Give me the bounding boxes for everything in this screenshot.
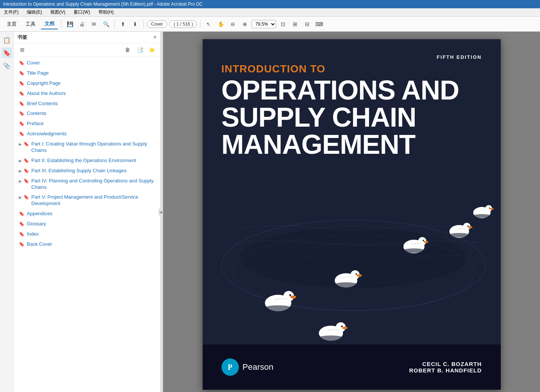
email-btn[interactable]: ✉ bbox=[89, 19, 99, 29]
title-line1: OPERATIONS AND bbox=[222, 77, 482, 104]
fit-two-btn[interactable]: ⊟ bbox=[302, 19, 312, 29]
bm-app-label[interactable]: Appendices bbox=[27, 211, 52, 217]
bookmark-back-cover[interactable]: 🔖 Back Cover bbox=[14, 239, 160, 250]
bm-part4-label[interactable]: Part IV: Planning and Controlling Operat… bbox=[31, 178, 157, 191]
title-text: Introduction to Operations and Supply Ch… bbox=[3, 2, 203, 7]
zoom-select[interactable]: 79.5% 50% 75% 100% 125% 150% bbox=[252, 20, 276, 28]
bookmarks-icon[interactable]: 🔖 bbox=[2, 47, 12, 58]
search-btn[interactable]: 🔍 bbox=[101, 19, 111, 29]
select-tool-btn[interactable]: ↖ bbox=[203, 19, 214, 29]
svg-point-26 bbox=[403, 248, 425, 253]
bm-ack-label[interactable]: Acknowledgments bbox=[27, 131, 67, 137]
bm-part4-expand[interactable]: ▶ bbox=[19, 179, 22, 184]
bookmark-index[interactable]: 🔖 Index bbox=[14, 229, 160, 239]
sep2 bbox=[114, 20, 115, 28]
thumbnail-icon[interactable]: 📋 bbox=[2, 35, 12, 45]
bm-add-btn[interactable]: 📑 bbox=[135, 45, 145, 55]
bm-index-label[interactable]: Index bbox=[27, 231, 39, 237]
bm-properties-btn[interactable]: ⭐ bbox=[147, 45, 157, 55]
bm-part3-expand[interactable]: ▶ bbox=[19, 168, 22, 173]
bm-part3-label[interactable]: Part III: Establishing Supply Chain Link… bbox=[31, 168, 126, 174]
bookmark-brief-contents[interactable]: 🔖 Brief Contents bbox=[14, 99, 160, 109]
fit-page-btn[interactable]: ⊡ bbox=[278, 19, 288, 29]
save-btn[interactable]: 💾 bbox=[65, 19, 75, 29]
bookmark-contents[interactable]: 🔖 Contents bbox=[14, 109, 160, 119]
bm-part1-expand[interactable]: ▶ bbox=[19, 142, 22, 147]
bm-part5-icon: 🔖 bbox=[23, 194, 29, 201]
pdf-area: FIFTH EDITION INTRODUCTION TO OPERATIONS… bbox=[163, 32, 540, 392]
bm-preface-label[interactable]: Preface bbox=[27, 121, 44, 127]
bm-brief-label[interactable]: Brief Contents bbox=[27, 101, 58, 107]
cover-bottom-bar: P Pearson CECIL C. BOZARTH ROBERT B. HAN… bbox=[203, 345, 501, 390]
bm-gloss-label[interactable]: Glossary bbox=[27, 221, 46, 227]
bm-gloss-icon: 🔖 bbox=[19, 221, 25, 227]
bm-backcover-label[interactable]: Back Cover bbox=[27, 241, 52, 248]
hand-tool-btn[interactable]: ✋ bbox=[215, 19, 226, 29]
cover-text-content: FIFTH EDITION INTRODUCTION TO OPERATIONS… bbox=[203, 39, 501, 169]
menu-bar: 文件(F) 编辑(E) 视图(V) 窗口(W) 帮助(H) bbox=[0, 8, 540, 17]
pearson-circle-logo: P bbox=[222, 358, 239, 376]
bookmark-appendices[interactable]: 🔖 Appendices bbox=[14, 209, 160, 219]
bm-expand-all-btn[interactable]: ⊞ bbox=[17, 45, 27, 55]
bm-authors-label[interactable]: About the Authors bbox=[27, 90, 66, 97]
bookmark-copyright[interactable]: 🔖 Copyright Page bbox=[14, 78, 160, 89]
intro-label: INTRODUCTION TO bbox=[222, 63, 482, 75]
main-area: 📋 🔖 📎 书签 × ⊞ 🗑 📑 ⭐ 🔖 Cover 🔖 Title Page bbox=[0, 32, 540, 392]
bm-part1-label[interactable]: Part I: Creating Value through Operation… bbox=[31, 141, 157, 154]
bookmark-glossary[interactable]: 🔖 Glossary bbox=[14, 219, 160, 229]
nav-home[interactable]: 主页 bbox=[3, 19, 20, 29]
toolbar: 主页 工具 文档 💾 🖨 ✉ 🔍 ⬆ ⬇ Cover ( 1 / 516 ) ↖… bbox=[0, 17, 540, 32]
bookmarks-close-btn[interactable]: × bbox=[153, 34, 157, 41]
menu-view[interactable]: 视图(V) bbox=[49, 8, 67, 16]
bm-delete-btn[interactable]: 🗑 bbox=[123, 45, 132, 55]
menu-window[interactable]: 窗口(W) bbox=[72, 8, 91, 16]
edition-label: FIFTH EDITION bbox=[222, 54, 482, 60]
bookmark-about-authors[interactable]: 🔖 About the Authors bbox=[14, 89, 160, 99]
bm-part4-icon: 🔖 bbox=[23, 178, 29, 184]
tools-btn[interactable]: ⌨ bbox=[314, 19, 325, 29]
bm-app-icon: 🔖 bbox=[19, 211, 25, 217]
menu-help[interactable]: 帮助(H) bbox=[97, 8, 115, 16]
bookmark-part2[interactable]: ▶ 🔖 Part II: Establishing the Operations… bbox=[14, 156, 160, 166]
next-page-btn[interactable]: ⬇ bbox=[130, 19, 140, 29]
bm-part2-icon: 🔖 bbox=[23, 158, 29, 164]
nav-tools[interactable]: 工具 bbox=[22, 19, 39, 29]
bm-brief-icon: 🔖 bbox=[19, 101, 25, 107]
bookmark-part5[interactable]: ▶ 🔖 Part V: Project Management and Produ… bbox=[14, 192, 160, 209]
svg-point-34 bbox=[490, 208, 494, 210]
bookmark-preface[interactable]: 🔖 Preface bbox=[14, 119, 160, 129]
bookmark-part3[interactable]: ▶ 🔖 Part III: Establishing Supply Chain … bbox=[14, 166, 160, 176]
bookmark-acknowledgments[interactable]: 🔖 Acknowledgments bbox=[14, 129, 160, 139]
zoom-out-btn[interactable]: ⊖ bbox=[228, 19, 238, 29]
panel-divider[interactable] bbox=[161, 32, 163, 392]
bm-title-label[interactable]: Title Page bbox=[27, 70, 49, 77]
bookmark-part4[interactable]: ▶ 🔖 Part IV: Planning and Controlling Op… bbox=[14, 176, 160, 193]
svg-point-40 bbox=[341, 326, 342, 327]
nav-document[interactable]: 文档 bbox=[41, 19, 58, 29]
pearson-logo: P Pearson bbox=[222, 358, 274, 376]
attachments-icon[interactable]: 📎 bbox=[2, 60, 12, 71]
bookmarks-list: 🔖 Cover 🔖 Title Page 🔖 Copyright Page 🔖 … bbox=[14, 57, 160, 392]
bm-authors-icon: 🔖 bbox=[19, 91, 25, 97]
bm-part5-label[interactable]: Part V: Project Management and Product/S… bbox=[31, 194, 157, 207]
bm-cover-label[interactable]: Cover bbox=[27, 60, 40, 66]
menu-edit[interactable]: 编辑(E) bbox=[25, 8, 43, 16]
bookmark-part1[interactable]: ▶ 🔖 Part I: Creating Value through Opera… bbox=[14, 139, 160, 156]
bm-copyright-label[interactable]: Copyright Page bbox=[27, 80, 61, 87]
pdf-page: FIFTH EDITION INTRODUCTION TO OPERATIONS… bbox=[203, 39, 501, 390]
page-indicator: ( 1 / 516 ) bbox=[169, 20, 197, 28]
svg-point-16 bbox=[264, 305, 292, 311]
bm-part2-expand[interactable]: ▶ bbox=[19, 158, 22, 163]
bm-part5-expand[interactable]: ▶ bbox=[19, 195, 22, 200]
fit-width-btn[interactable]: ⊞ bbox=[290, 19, 300, 29]
menu-file[interactable]: 文件(F) bbox=[2, 8, 20, 16]
bookmark-cover[interactable]: 🔖 Cover bbox=[14, 58, 160, 68]
bm-part2-label[interactable]: Part II: Establishing the Operations Env… bbox=[31, 158, 136, 164]
print-btn[interactable]: 🖨 bbox=[77, 19, 87, 29]
bm-preface-icon: 🔖 bbox=[19, 121, 25, 127]
bookmark-title-page[interactable]: 🔖 Title Page bbox=[14, 68, 160, 78]
prev-page-btn[interactable]: ⬆ bbox=[118, 19, 128, 29]
bm-contents-label[interactable]: Contents bbox=[27, 110, 46, 117]
zoom-in-btn[interactable]: ⊕ bbox=[240, 19, 250, 29]
sep3 bbox=[143, 20, 144, 28]
